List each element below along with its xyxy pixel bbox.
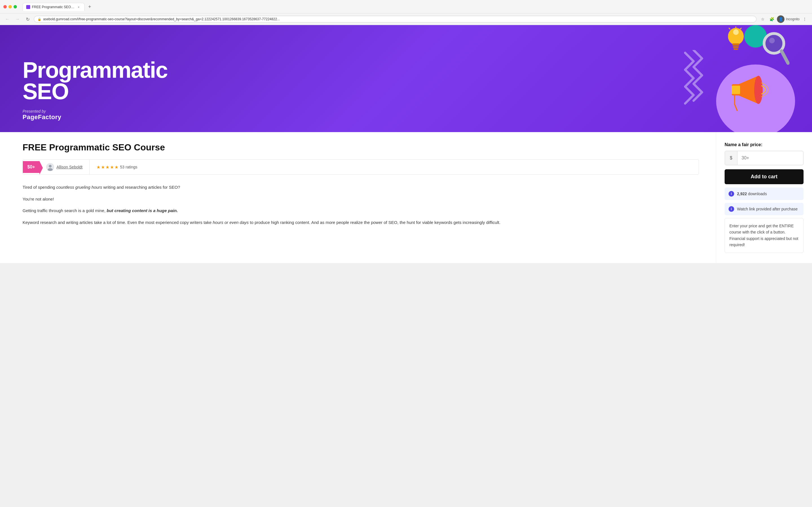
address-text: asebold.gumroad.com/l/free-programmatic-… bbox=[43, 17, 753, 21]
svg-rect-14 bbox=[732, 86, 740, 94]
svg-line-7 bbox=[729, 28, 730, 29]
svg-point-19 bbox=[49, 165, 52, 168]
incognito-label: Incognito bbox=[786, 17, 800, 21]
hero-text-block: Programmatic SEO Presented by PageFactor… bbox=[22, 59, 167, 121]
star-3: ★ bbox=[105, 165, 109, 170]
price-badge-label: $0+ bbox=[28, 165, 35, 170]
downloads-count: 2,922 bbox=[737, 191, 747, 196]
hero-title-line2: SEO bbox=[22, 81, 167, 102]
desc-p1-italic: countless grueling hours bbox=[56, 185, 102, 189]
hero-banner: Programmatic SEO Presented by PageFactor… bbox=[0, 25, 812, 132]
product-description: Tired of spending countless grueling hou… bbox=[22, 184, 699, 226]
svg-line-17 bbox=[734, 104, 737, 111]
author-section: Allison Seboldt bbox=[40, 160, 90, 174]
toolbar-actions: ☆ 🧩 👤 Incognito ⋮ bbox=[759, 15, 809, 23]
ratings-count: 53 ratings bbox=[120, 165, 137, 169]
promo-box: Enter your price and get the ENTIRE cour… bbox=[725, 218, 804, 253]
bookmark-button[interactable]: ☆ bbox=[759, 15, 767, 23]
downloads-info-badge: i 2,922 downloads bbox=[725, 187, 804, 200]
star-1: ★ bbox=[96, 165, 100, 170]
tab-favicon bbox=[26, 5, 30, 9]
tab-label: FREE Programmatic SEO Cour... bbox=[32, 5, 75, 9]
svg-line-11 bbox=[781, 51, 788, 63]
info-icon-downloads: i bbox=[728, 191, 734, 196]
profile-button[interactable]: 👤 bbox=[777, 15, 784, 23]
svg-point-9 bbox=[765, 35, 782, 52]
downloads-label: downloads bbox=[748, 191, 767, 196]
add-to-cart-button[interactable]: Add to cart bbox=[725, 169, 804, 184]
window-controls bbox=[3, 5, 17, 8]
lock-icon: 🔒 bbox=[38, 17, 42, 21]
back-button[interactable]: ← bbox=[3, 15, 11, 23]
desc-paragraph-3: Getting traffic through search is a gold… bbox=[22, 207, 699, 214]
desc-p1-start: Tired of spending bbox=[22, 185, 56, 189]
megaphone-decoration bbox=[727, 67, 778, 124]
downloads-text: 2,922 downloads bbox=[737, 191, 767, 196]
author-name[interactable]: Allison Seboldt bbox=[56, 165, 83, 169]
profile-icon: 👤 bbox=[778, 17, 783, 21]
desc-p4-italic1: hours or even days bbox=[213, 220, 249, 225]
star-2: ★ bbox=[101, 165, 105, 170]
reload-button[interactable]: ↻ bbox=[24, 15, 32, 23]
extensions-button[interactable]: 🧩 bbox=[768, 15, 776, 23]
price-label: Name a fair price: bbox=[725, 142, 804, 147]
zigzag-decoration bbox=[682, 50, 705, 107]
browser-titlebar: FREE Programmatic SEO Cour... × + bbox=[0, 0, 812, 13]
presented-by-label: Presented by bbox=[22, 109, 167, 114]
svg-rect-3 bbox=[733, 48, 738, 50]
svg-point-4 bbox=[733, 29, 739, 35]
product-title: FREE Programmatic SEO Course bbox=[22, 142, 699, 153]
hero-decorations bbox=[325, 25, 812, 132]
dollar-sign: $ bbox=[730, 156, 732, 161]
author-avatar bbox=[46, 163, 54, 171]
new-tab-button[interactable]: + bbox=[86, 3, 94, 11]
product-meta-bar: $0+ Allison Seboldt ★ ★ bbox=[22, 159, 699, 175]
star-rating: ★ ★ ★ ★ ★ bbox=[96, 165, 118, 170]
hero-title: Programmatic SEO bbox=[22, 59, 167, 102]
close-window-button[interactable] bbox=[3, 5, 7, 8]
desc-p1-end: writing and researching articles for SEO… bbox=[102, 185, 180, 189]
lightbulb-decoration bbox=[725, 26, 750, 57]
watch-link-badge: i Watch link provided after purchase bbox=[725, 203, 804, 215]
browser-toolbar: ← → ↻ 🔒 asebold.gumroad.com/l/free-progr… bbox=[0, 13, 812, 25]
desc-paragraph-1: Tired of spending countless grueling hou… bbox=[22, 184, 699, 191]
info-icon-watch: i bbox=[728, 206, 734, 212]
address-bar[interactable]: 🔒 asebold.gumroad.com/l/free-programmati… bbox=[34, 16, 756, 22]
svg-point-15 bbox=[754, 76, 763, 104]
star-5: ★ bbox=[114, 165, 118, 170]
price-input[interactable] bbox=[738, 152, 803, 164]
price-badge: $0+ bbox=[23, 161, 40, 173]
desc-p3-italic: but creating content is a huge pain. bbox=[107, 208, 178, 213]
svg-rect-2 bbox=[733, 46, 739, 48]
hero-presenter: Presented by PageFactory bbox=[22, 109, 167, 121]
maximize-window-button[interactable] bbox=[13, 5, 17, 8]
tab-bar: FREE Programmatic SEO Cour... × + bbox=[19, 3, 97, 11]
svg-line-6 bbox=[740, 28, 742, 29]
price-input-wrapper[interactable]: $ bbox=[725, 151, 804, 165]
desc-paragraph-2: You're not alone! bbox=[22, 195, 699, 203]
main-layout: FREE Programmatic SEO Course $0+ Allison… bbox=[0, 132, 812, 263]
svg-point-10 bbox=[769, 38, 775, 43]
page-content: Programmatic SEO Presented by PageFactor… bbox=[0, 25, 812, 263]
forward-button[interactable]: → bbox=[13, 15, 21, 23]
desc-paragraph-4: Keyword research and writing articles ta… bbox=[22, 219, 699, 226]
tab-close-button[interactable]: × bbox=[77, 5, 81, 9]
currency-symbol: $ bbox=[725, 151, 738, 165]
active-tab[interactable]: FREE Programmatic SEO Cour... × bbox=[22, 3, 85, 11]
menu-button[interactable]: ⋮ bbox=[801, 15, 809, 23]
star-4: ★ bbox=[110, 165, 114, 170]
content-left: FREE Programmatic SEO Course $0+ Allison… bbox=[0, 132, 716, 263]
svg-rect-1 bbox=[732, 43, 739, 46]
presenter-name: PageFactory bbox=[22, 114, 167, 121]
minimize-window-button[interactable] bbox=[8, 5, 12, 8]
hero-title-line1: Programmatic bbox=[22, 59, 167, 81]
watch-link-text: Watch link provided after purchase bbox=[737, 207, 798, 211]
ratings-section: ★ ★ ★ ★ ★ 53 ratings bbox=[90, 161, 144, 173]
magnifier-decoration bbox=[761, 31, 795, 70]
purchase-panel: Name a fair price: $ Add to cart i 2,922… bbox=[716, 132, 812, 263]
desc-p3-start: Getting traffic through search is a gold… bbox=[22, 208, 107, 213]
browser-chrome: FREE Programmatic SEO Cour... × + ← → ↻ … bbox=[0, 0, 812, 25]
